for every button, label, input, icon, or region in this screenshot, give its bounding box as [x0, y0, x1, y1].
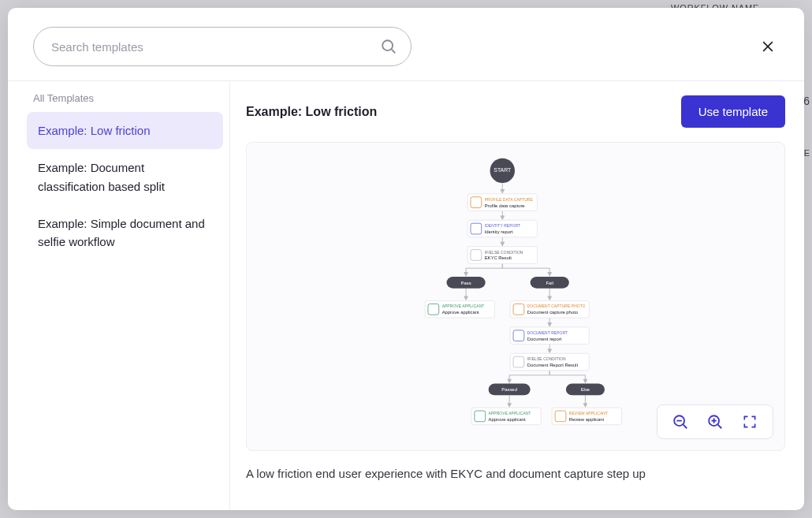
svg-line-76 [718, 425, 722, 429]
node-approve-applicant-2: APPROVE APPLICANT Approve applicant [471, 408, 541, 425]
svg-text:Approve applicant: Approve applicant [489, 417, 526, 422]
svg-text:Document capture photo: Document capture photo [527, 310, 579, 315]
svg-text:REVIEW APPLICANT: REVIEW APPLICANT [569, 412, 608, 416]
svg-text:START: START [494, 167, 512, 173]
node-document-report: DOCUMENT REPORT Document report [510, 327, 589, 345]
svg-point-0 [382, 40, 393, 50]
svg-text:EKYC Result: EKYC Result [485, 255, 512, 260]
svg-text:Identity report: Identity report [485, 229, 513, 234]
search-icon [380, 38, 397, 55]
svg-marker-11 [547, 272, 552, 277]
node-profile-capture: PROFILE DATA CAPTURE Profile data captur… [467, 194, 537, 211]
node-identity-report: IDENTITY REPORT Identity report [467, 220, 537, 237]
pill-fail: Fail [531, 277, 569, 289]
svg-text:IDENTITY REPORT: IDENTITY REPORT [485, 224, 520, 228]
svg-text:Review applicant: Review applicant [569, 417, 605, 422]
workflow-diagram: START PROFILE DATA CAPTURE Profile data … [247, 143, 784, 446]
svg-marker-5 [500, 189, 505, 194]
zoom-out-button[interactable] [672, 413, 689, 430]
zoom-controls [657, 404, 773, 439]
svg-text:APPROVE APPLICANT: APPROVE APPLICANT [489, 412, 531, 416]
sidebar-item-low-friction[interactable]: Example: Low friction [27, 112, 223, 149]
template-detail: Example: Low friction Use template [230, 81, 804, 510]
svg-text:Document Report Result: Document Report Result [527, 363, 579, 367]
node-document-report-result: IF/ELSE CONDITION Document Report Result [510, 353, 589, 371]
diagram-edges [464, 183, 587, 408]
svg-rect-37 [471, 250, 482, 261]
node-document-capture-photo: DOCUMENT CAPTURE PHOTO Document capture … [510, 300, 589, 318]
svg-text:DOCUMENT REPORT: DOCUMENT REPORT [527, 331, 568, 335]
pill-else: Else [566, 384, 605, 396]
template-picker-modal: All Templates Example: Low friction Exam… [8, 8, 804, 510]
sidebar-heading: All Templates [33, 92, 223, 104]
modal-backdrop: WORKFLOW NAME 6 TIE [0, 0, 812, 518]
svg-rect-57 [513, 356, 524, 367]
svg-line-73 [683, 425, 687, 429]
template-description: A low friction end user experience with … [246, 465, 785, 483]
svg-marker-25 [583, 403, 587, 408]
use-template-button[interactable]: Use template [681, 95, 785, 128]
detail-header: Example: Low friction Use template [246, 95, 785, 128]
svg-text:Passed: Passed [501, 387, 517, 392]
svg-rect-45 [428, 304, 439, 315]
modal-header [8, 8, 804, 80]
close-button[interactable] [757, 35, 779, 58]
modal-body: All Templates Example: Low friction Exam… [8, 80, 804, 510]
svg-marker-23 [507, 403, 512, 408]
svg-marker-13 [464, 296, 468, 301]
svg-marker-20 [507, 379, 512, 384]
pill-passed: Passed [489, 384, 531, 396]
sidebar-item-doc-classification[interactable]: Example: Document classification based s… [27, 149, 223, 205]
svg-text:Else: Else [581, 387, 590, 392]
svg-text:Profile data capture: Profile data capture [485, 203, 525, 208]
search-input[interactable] [33, 27, 412, 66]
node-start: START [490, 158, 515, 183]
svg-text:APPROVE APPLICANT: APPROVE APPLICANT [442, 304, 485, 308]
template-sidebar: All Templates Example: Low friction Exam… [8, 81, 230, 510]
svg-marker-7 [500, 215, 505, 220]
svg-marker-19 [547, 348, 552, 353]
svg-text:Fail: Fail [546, 281, 553, 285]
svg-text:PROFILE DATA CAPTURE: PROFILE DATA CAPTURE [485, 198, 534, 202]
fullscreen-button[interactable] [741, 413, 758, 430]
detail-title: Example: Low friction [246, 105, 377, 119]
svg-text:IF/ELSE CONDITION: IF/ELSE CONDITION [485, 251, 523, 255]
svg-text:Pass: Pass [461, 281, 471, 285]
svg-text:Approve applicant: Approve applicant [442, 310, 479, 315]
background-fragment: 6 [803, 95, 810, 107]
svg-marker-10 [464, 272, 468, 277]
svg-rect-53 [513, 330, 524, 341]
svg-rect-29 [471, 197, 482, 208]
workflow-canvas[interactable]: START PROFILE DATA CAPTURE Profile data … [246, 142, 785, 451]
node-approve-applicant-1: APPROVE APPLICANT Approve applicant [425, 300, 494, 318]
pill-pass: Pass [447, 277, 486, 289]
svg-marker-15 [547, 296, 552, 301]
svg-text:DOCUMENT CAPTURE PHOTO: DOCUMENT CAPTURE PHOTO [527, 304, 586, 308]
search-wrap [33, 27, 412, 66]
svg-line-1 [392, 50, 396, 54]
svg-marker-21 [583, 379, 587, 384]
node-review-applicant: REVIEW APPLICANT Review applicant [552, 408, 621, 425]
svg-rect-49 [513, 304, 524, 315]
svg-marker-17 [547, 322, 552, 327]
svg-rect-69 [555, 411, 566, 422]
svg-marker-9 [500, 242, 505, 247]
svg-rect-65 [475, 411, 486, 422]
svg-text:IF/ELSE CONDITION: IF/ELSE CONDITION [527, 357, 566, 361]
node-ekyc-result: IF/ELSE CONDITION EKYC Result [467, 247, 537, 264]
zoom-in-button[interactable] [706, 413, 724, 430]
sidebar-item-simple-doc-selfie[interactable]: Example: Simple document and selfie work… [27, 205, 223, 261]
svg-text:Document report: Document report [527, 337, 562, 341]
svg-rect-33 [471, 223, 482, 234]
